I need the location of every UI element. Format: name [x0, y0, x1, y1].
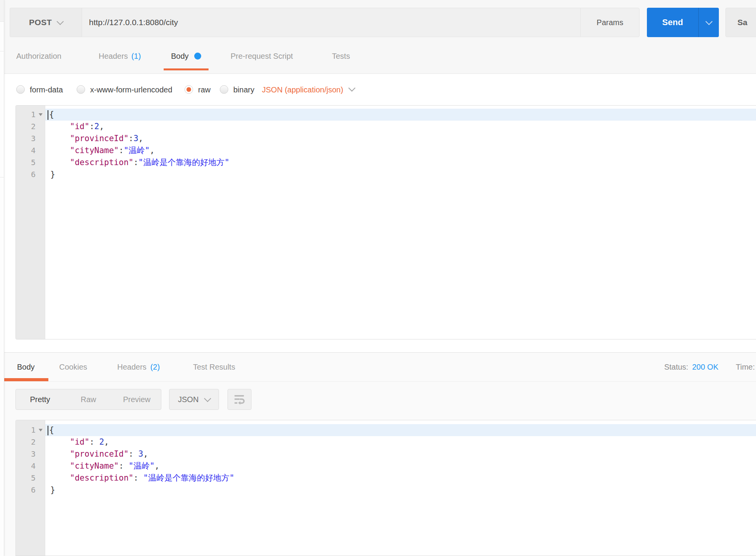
response-tabs: Body Cookies Headers (2) Test Results St…	[4, 353, 756, 382]
tab-pre-request-script[interactable]: Pre-request Script	[231, 39, 293, 73]
radio-icon[interactable]	[220, 85, 228, 94]
line-number: 1	[16, 109, 45, 121]
method-select[interactable]: POST	[10, 8, 82, 37]
request-panel: POST http://127.0.0.1:8080/city Params S…	[4, 0, 756, 74]
code-line-content[interactable]: {	[45, 109, 756, 121]
line-number: 2	[16, 121, 45, 133]
status-badge: 200 OK	[692, 363, 718, 372]
view-pretty-button[interactable]: Pretty	[16, 389, 64, 409]
wrap-lines-button[interactable]	[227, 389, 251, 410]
code-line[interactable]: 2 "id":2,	[16, 121, 756, 133]
code-line-content[interactable]: }	[45, 169, 756, 181]
tab-tests[interactable]: Tests	[332, 39, 350, 73]
sidebar-edge-top	[0, 0, 4, 22]
code-line[interactable]: 4 "cityName":"温岭",	[16, 145, 756, 157]
response-format-select[interactable]: JSON	[169, 389, 219, 410]
view-raw-button[interactable]: Raw	[64, 389, 113, 409]
code-line[interactable]: 2 "id": 2,	[16, 436, 756, 448]
url-input[interactable]: http://127.0.0.1:8080/city	[82, 8, 580, 37]
line-number: 5	[16, 157, 45, 169]
content-type-select[interactable]: JSON (application/json)	[262, 85, 354, 94]
code-line[interactable]: 3 "provinceId": 3,	[16, 448, 756, 460]
code-line[interactable]: 1{	[16, 109, 756, 121]
line-number: 4	[16, 145, 45, 157]
sidebar-edge	[0, 0, 4, 556]
radio-raw[interactable]: raw	[185, 85, 210, 94]
params-button[interactable]: Params	[580, 8, 640, 37]
active-tab-indicator	[164, 68, 209, 70]
time-label: Time:	[736, 363, 755, 372]
code-line-content[interactable]: {	[45, 424, 756, 436]
response-body-editor[interactable]: 1{2 "id": 2,3 "provinceId": 3,4 "cityNam…	[15, 420, 756, 556]
response-status-bar: Status: 200 OK Time:	[664, 353, 755, 381]
send-options-button[interactable]	[698, 8, 719, 37]
radio-icon[interactable]	[16, 85, 25, 94]
wrap-text-icon	[233, 393, 246, 406]
send-label[interactable]: Send	[647, 8, 698, 37]
chevron-down-icon	[705, 18, 712, 25]
code-line[interactable]: 3 "provinceId":3,	[16, 133, 756, 145]
response-panel: Body Cookies Headers (2) Test Results St…	[4, 352, 756, 556]
response-headers-count-badge: (2)	[151, 363, 160, 372]
line-number: 6	[16, 169, 45, 181]
code-line-content[interactable]: "cityName":"温岭",	[45, 145, 756, 157]
divider	[0, 177, 4, 177]
active-tab-indicator	[4, 378, 48, 381]
status-label: Status:	[664, 363, 688, 372]
headers-count-badge: (1)	[132, 52, 141, 61]
response-tab-headers[interactable]: Headers (2)	[117, 353, 160, 381]
fold-toggle-icon[interactable]	[39, 429, 43, 431]
chevron-down-icon	[348, 84, 355, 91]
line-number: 3	[16, 448, 45, 460]
url-value: http://127.0.0.1:8080/city	[89, 18, 178, 27]
tab-authorization[interactable]: Authorization	[16, 39, 62, 73]
line-number: 6	[16, 484, 45, 496]
code-line-content[interactable]: "id": 2,	[45, 436, 756, 448]
code-line[interactable]: 6}	[16, 484, 756, 496]
send-button[interactable]: Send	[647, 8, 719, 37]
text-cursor	[48, 110, 48, 120]
code-line[interactable]: 5 "description":"温岭是个靠海的好地方"	[16, 157, 756, 169]
code-line[interactable]: 6}	[16, 169, 756, 181]
view-mode-segmented-control: Pretty Raw Preview	[15, 389, 161, 410]
request-tabs: Authorization Headers (1) Body Pre-reque…	[4, 39, 756, 73]
chevron-down-icon	[204, 395, 211, 402]
code-line-content[interactable]: "description": "温岭是个靠海的好地方"	[45, 472, 756, 484]
chevron-down-icon	[56, 18, 63, 25]
view-preview-button[interactable]: Preview	[113, 389, 161, 409]
response-toolbar: Pretty Raw Preview JSON	[15, 389, 251, 410]
code-line[interactable]: 5 "description": "温岭是个靠海的好地方"	[16, 472, 756, 484]
body-type-row: form-data x-www-form-urlencoded raw bina…	[4, 74, 756, 105]
response-tab-test-results[interactable]: Test Results	[193, 353, 235, 381]
code-line-content[interactable]: "cityName": "温岭",	[45, 460, 756, 472]
code-line-content[interactable]: "provinceId": 3,	[45, 448, 756, 460]
line-number: 4	[16, 460, 45, 472]
request-body-editor[interactable]: 1{2 "id":2,3 "provinceId":3,4 "cityName"…	[15, 105, 756, 339]
code-line[interactable]: 1{	[16, 424, 756, 436]
url-bar: POST http://127.0.0.1:8080/city Params S…	[4, 8, 756, 37]
tab-body[interactable]: Body	[164, 39, 209, 73]
save-button[interactable]: Sa	[725, 8, 756, 37]
code-line-content[interactable]: "id":2,	[45, 121, 756, 133]
body-modified-dot-icon	[194, 53, 201, 60]
method-label: POST	[29, 18, 52, 27]
divider	[0, 51, 4, 51]
radio-icon[interactable]	[77, 85, 85, 94]
postman-window: POST http://127.0.0.1:8080/city Params S…	[0, 0, 756, 556]
code-line-content[interactable]: "description":"温岭是个靠海的好地方"	[45, 157, 756, 169]
text-cursor	[48, 426, 48, 435]
tab-headers[interactable]: Headers (1)	[99, 39, 141, 73]
radio-form-data[interactable]: form-data	[16, 85, 63, 94]
line-number: 2	[16, 436, 45, 448]
radio-x-www-form-urlencoded[interactable]: x-www-form-urlencoded	[77, 85, 172, 94]
line-number: 5	[16, 472, 45, 484]
fold-toggle-icon[interactable]	[39, 113, 43, 116]
response-tab-cookies[interactable]: Cookies	[59, 353, 87, 381]
code-line-content[interactable]: "provinceId":3,	[45, 133, 756, 145]
response-tab-body[interactable]: Body	[17, 353, 35, 381]
code-line[interactable]: 4 "cityName": "温岭",	[16, 460, 756, 472]
radio-selected-icon[interactable]	[185, 85, 193, 94]
line-number: 1	[16, 424, 45, 436]
code-line-content[interactable]: }	[45, 484, 756, 496]
radio-binary[interactable]: binary	[220, 85, 254, 94]
